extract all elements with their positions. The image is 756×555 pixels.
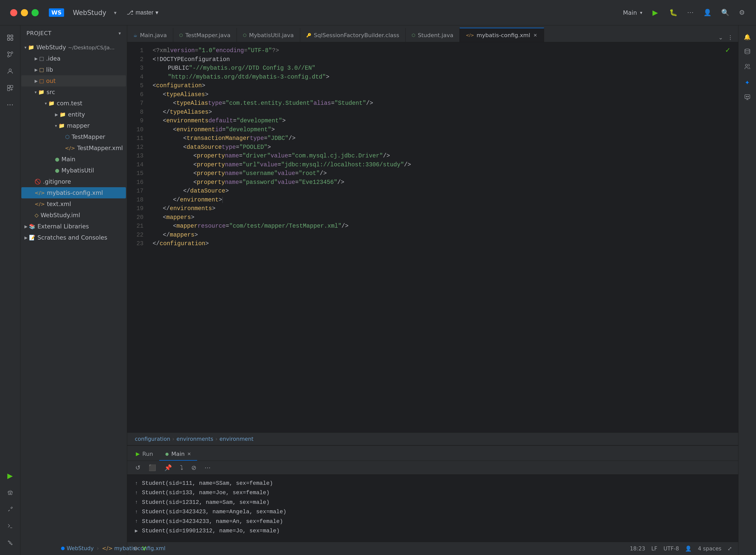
tab-mybatis-config[interactable]: </> mybatis-config.xml ✕ [460, 28, 544, 42]
rt-collab-button[interactable] [741, 61, 754, 74]
tab-options-button[interactable]: ⋮ [726, 33, 734, 42]
tree-item-main[interactable]: ● Main [22, 154, 126, 165]
run-tab-label: Run [142, 451, 153, 457]
scroll-to-end-button[interactable]: ⤵ [178, 463, 185, 472]
tab-icon-java: ☕ [133, 33, 137, 38]
breadcrumb-configuration[interactable]: configuration [135, 436, 170, 442]
code-line-16: <property name="password" value="Eve1234… [153, 178, 738, 187]
folder-icon: 📁 [38, 89, 44, 95]
rt-ai2-button[interactable] [741, 92, 754, 104]
tree-arrow-icon: ▶ [25, 235, 28, 240]
activity-terminal-icon[interactable] [3, 519, 17, 533]
tab-student-java[interactable]: ⬡ Student.java [406, 28, 460, 42]
activity-collab-icon[interactable] [3, 64, 17, 78]
code-line-17: </dataSource> [153, 187, 738, 196]
status-indent[interactable]: 4 spaces [698, 546, 721, 552]
bottom-tab-run[interactable]: ▶ Run [130, 447, 159, 461]
breadcrumb-environment[interactable]: environment [219, 436, 254, 442]
tab-sqlsession-class[interactable]: 🔑 SqlSessionFactoryBuilder.class [300, 28, 406, 42]
bottom-tab-close-icon[interactable]: ✕ [187, 451, 191, 457]
tree-arrow-icon: ▶ [35, 56, 38, 61]
run-config-label: Main [623, 9, 637, 16]
xml-active-icon: </> [35, 190, 45, 196]
tree-item-out[interactable]: ▶ □ out [22, 75, 126, 86]
tree-item-gitignore[interactable]: 🚫 .gitignore [22, 176, 126, 187]
settings-button[interactable]: ⚙ [738, 8, 746, 17]
tree-root-label: WebStudy ~/Desktop/CS/Ja... [36, 44, 115, 51]
tab-icon-mybatis-config: </> [466, 33, 474, 38]
rt-ai-button[interactable]: ✦ [741, 76, 754, 89]
status-dot-blue [61, 547, 65, 550]
tree-item-mybatisutil[interactable]: ● MybatisUtil [22, 165, 126, 176]
tree-item-lib[interactable]: ▶ □ lib [22, 64, 126, 75]
rt-database-button[interactable] [741, 46, 754, 58]
close-button[interactable] [10, 9, 17, 16]
tree-item-entity[interactable]: ▶ 📁 entity [22, 109, 126, 120]
tree-item-testmapper-xml[interactable]: </> TestMapper.xml [22, 142, 126, 154]
tree-item-external-libs[interactable]: ▶ 📚 External Libraries [22, 221, 126, 232]
status-file-label[interactable]: mybatis-config.xml [114, 545, 165, 551]
tree-item-webstudy-iml[interactable]: ◇ WebStudy.iml [22, 210, 126, 221]
tab-testmapper-java[interactable]: ⬡ TestMapper.java [173, 28, 237, 42]
run-button[interactable]: ▶ [650, 7, 661, 18]
restart-button[interactable]: ↺ [133, 463, 142, 472]
editor-content[interactable]: 12345 678910 1112131415 1617181920 21222… [127, 42, 738, 432]
tree-item-src[interactable]: ▾ 📁 src [22, 86, 126, 98]
tree-item-root[interactable]: ▾ 📁 WebStudy ~/Desktop/CS/Ja... [22, 42, 126, 53]
activity-more-icon[interactable]: ··· [3, 98, 17, 112]
tab-overflow-button[interactable]: ⌄ [717, 33, 724, 42]
stop-button[interactable]: ⬛ [146, 463, 158, 472]
tree-item-mapper[interactable]: ▾ 📁 mapper [22, 120, 126, 131]
tree-item-com-test[interactable]: ▾ 📁 com.test [22, 98, 126, 109]
xml-icon: </> [35, 201, 45, 207]
tree-item-testmapper[interactable]: ⬡ TestMapper [22, 131, 126, 142]
code-line-7: <typeAlias type="com.test.entity.Student… [153, 99, 738, 108]
more-toolbar-button[interactable]: ⋯ [203, 463, 213, 472]
branch-selector[interactable]: ⎇ master ▾ [124, 8, 161, 17]
more-options-button[interactable]: ⋯ [686, 8, 695, 17]
tree-label-testmapper-xml: TestMapper.xml [77, 145, 123, 151]
activity-debug-icon[interactable] [3, 485, 17, 500]
profile-button[interactable]: 👤 [702, 8, 713, 17]
code-editor[interactable]: <?xml version="1.0" encoding="UTF-8" ?> … [148, 42, 738, 432]
tree-item-scratches[interactable]: ▶ 📝 Scratches and Consoles [22, 232, 126, 243]
activity-project-icon[interactable] [3, 31, 17, 45]
tree-label-lib: lib [46, 67, 53, 73]
console-arrow-icon: ↑ [135, 517, 138, 526]
pin-button[interactable]: 📌 [162, 463, 174, 472]
breadcrumb-sep-1: › [172, 436, 174, 442]
tab-mybatisutil-java[interactable]: ⬡ MybatisUtil.java [237, 28, 300, 42]
tree-item-mybatis-config[interactable]: </> mybatis-config.xml [22, 187, 126, 199]
tree-item-idea[interactable]: ▶ □ .idea [22, 53, 126, 64]
tab-close-mybatis-config[interactable]: ✕ [533, 33, 538, 38]
activity-git-icon[interactable] [3, 536, 17, 550]
activity-run-icon[interactable]: ▶ [3, 469, 17, 483]
debug-button[interactable]: 🐛 [668, 8, 678, 17]
activity-vcs-icon[interactable] [3, 47, 17, 61]
svg-point-20 [746, 96, 747, 97]
iml-icon: ◇ [35, 212, 38, 218]
java-interface-icon: ⬡ [65, 134, 70, 140]
activity-build-icon[interactable] [3, 502, 17, 516]
status-encoding[interactable]: UTF-8 [663, 546, 679, 552]
notifications-icon: 🔔 [744, 34, 751, 40]
svg-rect-2 [7, 38, 9, 40]
tree-label-idea: .idea [46, 55, 60, 62]
breadcrumb-environments[interactable]: environments [176, 436, 213, 442]
tree-item-text-xml[interactable]: </> text.xml [22, 199, 126, 210]
minimize-button[interactable] [21, 9, 28, 16]
status-indent-icon: 👤 [685, 546, 691, 552]
rt-notifications-button[interactable]: 🔔 [741, 31, 754, 43]
bottom-tab-main[interactable]: ● Main ✕ [159, 447, 197, 461]
tab-main-java[interactable]: ☕ Main.java [127, 28, 173, 42]
clear-button[interactable]: ⊘ [189, 463, 199, 472]
status-project-label[interactable]: WebStudy [67, 545, 94, 551]
tree-label-scratches: Scratches and Consoles [37, 234, 107, 241]
status-line-ending[interactable]: LF [651, 546, 657, 552]
maximize-button[interactable] [32, 9, 39, 16]
main-run-tab-label: Main [171, 451, 185, 457]
search-button[interactable]: 🔍 [720, 8, 730, 17]
console-arrow-icon: ↑ [135, 508, 138, 516]
activity-plugins-icon[interactable] [3, 81, 17, 95]
status-time[interactable]: 18:23 [630, 546, 645, 552]
